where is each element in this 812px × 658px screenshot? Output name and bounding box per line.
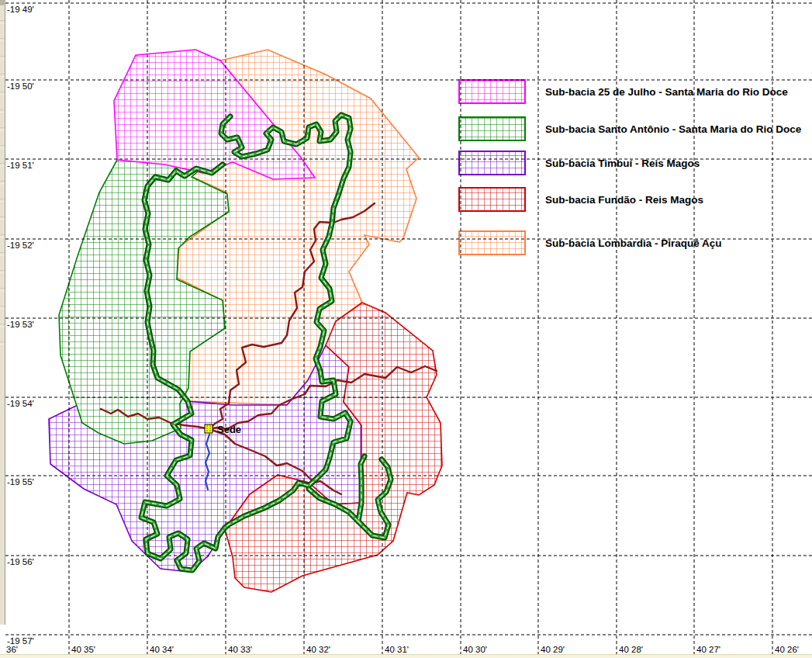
lat-label: -19 53' [7,320,34,329]
lon-label: 40 32' [306,645,330,654]
lon-label: 40 30' [463,645,487,654]
legend-swatch-santo-antonio [459,117,525,140]
lon-label: 40 35' [71,645,95,654]
longitude-labels: 36' 40 35' 40 34' 40 33' 40 32' 40 31' 4… [6,645,799,654]
lon-label: 40 28' [619,645,643,654]
legend-label-fundao: Sub-bacia Fundão - Reis Magos [545,194,703,206]
sede-label: Sede [217,424,241,435]
lat-label: -19 56' [7,557,34,566]
map-canvas[interactable]: Sede -19 49' -19 50' -19 51' -19 52' -19… [0,0,812,658]
legend-labels: Sub-bacia 25 de Julho - Santa Maria do R… [545,86,802,249]
lon-label: 36' [6,645,18,654]
toolbar-button-edges [0,5,5,346]
latitude-labels: -19 49' -19 50' -19 51' -19 52' -19 53' … [7,5,34,646]
legend-swatch-25-de-julho [459,80,525,103]
lon-label: 40 27' [696,645,720,654]
lat-label: -19 49' [7,5,34,14]
legend-swatch-lombardia [459,231,525,255]
legend-label-santo-antonio: Sub-bacia Santo Antônio - Santa Maria do… [545,123,802,135]
bottom-statusbar-strip [0,654,812,658]
legend-label-timbui: Sub-bacia Timbuí - Reis Magos [545,158,700,169]
lat-label: -19 50' [7,81,34,91]
legend [459,80,525,255]
legend-swatch-timbui [459,151,525,175]
left-toolbar-strip [0,0,5,625]
lon-label: 40 34' [150,645,174,654]
legend-swatch-fundao [459,188,525,211]
lon-label: 40 31' [385,645,409,654]
lat-label: -19 54' [7,399,34,408]
lat-label: -19 51' [7,161,34,170]
lat-label: -19 55' [7,477,34,487]
lon-label: 40 29' [541,645,565,654]
legend-label-lombardia: Sub-bacia Lombardia - Piraquê Açu [545,237,722,249]
legend-label-25-de-julho: Sub-bacia 25 de Julho - Santa Maria do R… [545,86,788,98]
lon-label: 40 26' [775,645,799,654]
sede-marker[interactable] [205,424,213,433]
lat-label: -19 52' [7,241,34,250]
lon-label: 40 33' [228,645,252,654]
sede-marker-square[interactable] [205,424,213,433]
